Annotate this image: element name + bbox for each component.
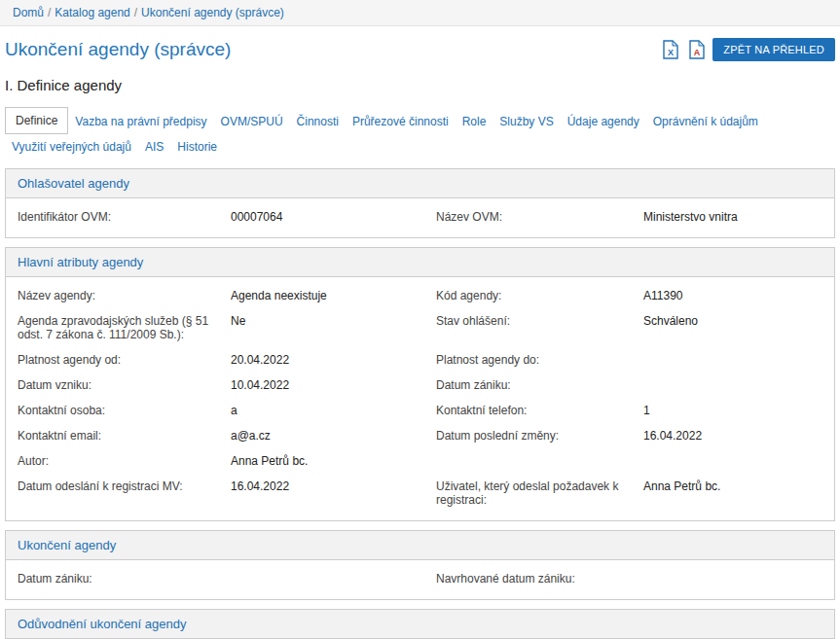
field-label: Název OVM: [436,210,643,224]
field-row: Kontaktní osoba: a Kontaktní telefon: 1 [6,398,834,423]
field-value: a@a.cz [231,429,436,443]
field-value: 00007064 [231,210,436,224]
field-label: Datum poslední změny: [436,429,643,443]
breadcrumb: Domů/Katalog agend/Ukončení agendy (sprá… [0,0,840,26]
excel-export-icon-svg: X [662,40,679,59]
field-value: 20.04.2022 [231,353,436,367]
pdf-export-icon-svg: A [688,40,706,59]
svg-text:A: A [694,48,701,57]
tab-vazba-na-pravni-predpisy[interactable]: Vazba na právní předpisy [68,109,213,134]
field-label: Datum vzniku: [18,378,231,392]
field-label: Platnost agendy od: [18,353,231,367]
breadcrumb-home[interactable]: Domů [13,6,44,19]
tab-cinnosti[interactable]: Činnosti [290,109,346,134]
field-label: Autor: [18,454,231,468]
section-hlavni-atributy-agendy: Hlavní atributy agendy Název agendy: Age… [5,247,835,521]
breadcrumb-katalog-agend[interactable]: Katalog agend [55,6,129,19]
breadcrumb-separator: / [134,6,137,19]
header-actions: X A ZPĚT NA PŘEHLED [660,38,835,61]
pdf-export-icon[interactable]: A [686,39,708,60]
section-title: Hlavní atributy agendy [6,248,834,277]
section-title: Odůvodnění ukončení agendy [6,610,834,639]
excel-export-icon[interactable]: X [660,39,681,60]
field-label: Kontaktní email: [18,429,231,443]
back-to-overview-button[interactable]: ZPĚT NA PŘEHLED [712,38,835,61]
field-row: Datum vzniku: 10.04.2022 Datum zániku: [6,373,834,398]
tab-sluzby-vs[interactable]: Služby VS [493,109,560,134]
tab-vyuziti-verejnych-udaju[interactable]: Využití veřejných údajů [5,134,138,160]
field-label: Datum zániku: [436,378,643,392]
breadcrumb-current[interactable]: Ukončení agendy (správce) [141,6,284,19]
field-label: Agenda zpravodajských služeb (§ 51 odst.… [18,314,231,341]
tab-udaje-agendy[interactable]: Údaje agendy [561,109,646,134]
section-ukonceni-agendy: Ukončení agendy Datum zániku: Navrhované… [5,530,835,600]
tab-ovm-spuu[interactable]: OVM/SPUÚ [214,109,290,134]
field-row: Platnost agendy od: 20.04.2022 Platnost … [6,347,834,373]
field-label: Stav ohlášení: [436,314,643,328]
field-value: a [231,404,436,417]
field-row: Datum odeslání k registraci MV: 16.04.20… [6,474,834,513]
field-value: 16.04.2022 [643,429,822,443]
tab-historie[interactable]: Historie [170,134,224,160]
tab-ais[interactable]: AIS [138,134,170,160]
section-title: Ohlašovatel agendy [6,169,834,198]
field-value: Agenda neexistuje [231,289,436,302]
tab-opravneni-k-udajum[interactable]: Oprávnění k údajům [646,109,765,134]
svg-text:X: X [668,48,674,57]
field-row: Datum zániku: Navrhované datum zániku: [6,566,834,591]
definition-section-heading: I. Definice agendy [5,77,835,93]
tab-prurezove-cinnosti[interactable]: Průřezové činnosti [346,109,456,134]
field-label: Kontaktní telefon: [436,404,643,417]
field-row: Autor: Anna Petrů bc. [6,448,834,474]
field-value: Anna Petrů bc. [643,479,822,493]
field-label: Identifikátor OVM: [18,210,231,224]
field-row: Kontaktní email: a@a.cz Datum poslední z… [6,423,834,448]
field-value: 10.04.2022 [231,378,436,392]
field-row: Identifikátor OVM: 00007064 Název OVM: M… [6,204,834,230]
section-ohlasovatel-agendy: Ohlašovatel agendy Identifikátor OVM: 00… [5,168,835,238]
agenda-tabs: Definice Vazba na právní předpisy OVM/SP… [5,107,835,160]
breadcrumb-separator: / [48,6,51,19]
field-value: Ministerstvo vnitra [643,210,822,224]
section-oduvodneni-ukonceni-agendy: Odůvodnění ukončení agendy Čas Autor Dův… [5,609,835,639]
field-label: Kontaktní osoba: [18,404,231,417]
field-value: Ne [231,314,436,328]
field-label: Datum odeslání k registraci MV: [18,479,231,493]
field-label: Kód agendy: [436,289,643,302]
field-value: 16.04.2022 [231,479,436,493]
field-value: Schváleno [643,314,822,328]
tab-role[interactable]: Role [456,109,493,134]
field-value: Anna Petrů bc. [231,454,436,468]
section-title: Ukončení agendy [6,531,834,560]
field-row: Název agendy: Agenda neexistuje Kód agen… [6,283,834,308]
field-value: 1 [643,404,822,417]
field-value: A11390 [643,289,822,302]
field-label: Název agendy: [18,289,231,302]
field-label: Datum zániku: [18,572,231,586]
tab-definice[interactable]: Definice [5,107,68,134]
field-label: Navrhované datum zániku: [436,572,643,586]
field-label: Platnost agendy do: [436,353,643,367]
page-title: Ukončení agendy (správce) [5,39,231,60]
page-header: Ukončení agendy (správce) X A ZPĚT NA PŘ… [5,38,835,61]
field-row: Agenda zpravodajských služeb (§ 51 odst.… [6,308,834,347]
field-label: Uživatel, který odeslal požadavek k regi… [436,479,643,507]
